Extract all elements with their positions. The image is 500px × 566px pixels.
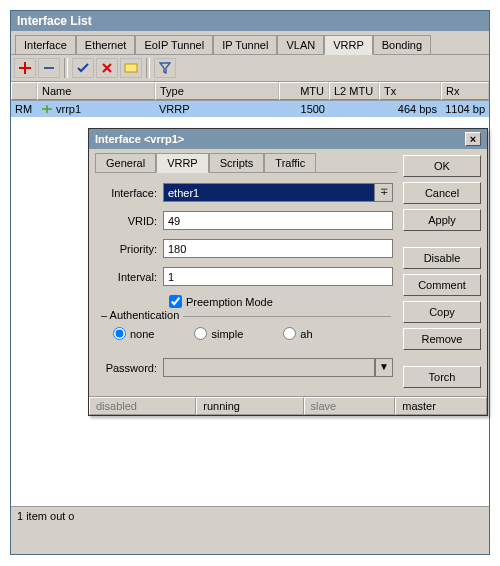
cell-name: vrrp1 [37,101,155,117]
cell-flags: RM [11,101,37,117]
authentication-legend: – Authentication [101,309,183,321]
svg-point-2 [46,108,49,111]
tab-ip-tunnel[interactable]: IP Tunnel [213,35,277,54]
add-button[interactable] [14,58,36,78]
note-icon [124,62,138,74]
dlg-tab-scripts[interactable]: Scripts [209,153,265,172]
toolbar [11,55,489,82]
copy-button[interactable]: Copy [403,301,481,323]
vrid-input[interactable] [163,211,393,230]
comment-button[interactable]: Comment [403,274,481,296]
interface-label: Interface: [99,187,163,199]
auth-none-radio[interactable] [113,327,126,340]
priority-label: Priority: [99,243,163,255]
col-name[interactable]: Name [37,82,155,100]
priority-input[interactable] [163,239,393,258]
ok-button[interactable]: OK [403,155,481,177]
chevron-down-icon: ▼ [379,361,389,372]
dlg-tab-traffic[interactable]: Traffic [264,153,316,172]
interface-properties-dialog: Interface <vrrp1> × General VRRP Scripts… [88,128,488,416]
col-tx[interactable]: Tx [379,82,441,100]
cell-type: VRRP [155,101,279,117]
cell-l2mtu [329,101,379,117]
tab-bonding[interactable]: Bonding [373,35,431,54]
password-input [163,358,375,377]
interval-input[interactable] [163,267,393,286]
disable-button[interactable] [96,58,118,78]
cell-name-text: vrrp1 [56,103,81,115]
interface-input[interactable] [163,183,375,202]
toolbar-separator [64,58,68,78]
close-icon: × [470,133,476,145]
auth-ah-radio[interactable] [283,327,296,340]
apply-button[interactable]: Apply [403,209,481,231]
table-row[interactable]: RM vrrp1 VRRP 1500 464 bps 1104 bp [11,101,489,117]
dialog-button-column: OK Cancel Apply Disable Comment Copy Rem… [403,149,487,396]
interface-dropdown-button[interactable]: ∓ [375,183,393,202]
cell-rx: 1104 bp [441,101,489,117]
svg-rect-1 [125,64,137,72]
enable-button[interactable] [72,58,94,78]
dlg-tab-vrrp[interactable]: VRRP [156,153,209,173]
cancel-button[interactable]: Cancel [403,182,481,204]
tab-ethernet[interactable]: Ethernet [76,35,136,54]
filter-button[interactable] [154,58,176,78]
torch-button[interactable]: Torch [403,366,481,388]
x-icon [101,62,113,74]
col-l2mtu[interactable]: L2 MTU [329,82,379,100]
svg-rect-0 [44,67,54,69]
status-master: master [395,397,487,415]
vrrp-form: Interface: ∓ VRID: Priority: [95,173,397,390]
tab-interface[interactable]: Interface [15,35,76,54]
auth-simple-label: simple [211,328,243,340]
auth-none-label: none [130,328,154,340]
col-mtu[interactable]: MTU [279,82,329,100]
disable-button[interactable]: Disable [403,247,481,269]
auth-ah-label: ah [300,328,312,340]
cell-mtu: 1500 [279,101,329,117]
interface-combo[interactable]: ∓ [163,183,393,202]
tab-vrrp[interactable]: VRRP [324,35,373,55]
preemption-checkbox[interactable] [169,295,182,308]
dropdown-icon: ∓ [380,186,388,197]
comment-button[interactable] [120,58,142,78]
status-running: running [196,397,303,415]
dlg-tab-general[interactable]: General [95,153,156,172]
authentication-group: – Authentication none simple ah [101,316,391,348]
password-dropdown-button[interactable]: ▼ [375,358,393,377]
grid-header: Name Type MTU L2 MTU Tx Rx [11,82,489,101]
dialog-tabstrip: General VRRP Scripts Traffic [95,153,397,173]
col-flags[interactable] [11,82,37,100]
status-slave: slave [304,397,396,415]
remove-button[interactable] [38,58,60,78]
toolbar-separator [146,58,150,78]
auth-simple-radio[interactable] [194,327,207,340]
tab-eoip-tunnel[interactable]: EoIP Tunnel [135,35,213,54]
window-title: Interface List [11,11,489,31]
vrrp-icon [41,104,53,114]
vrid-label: VRID: [99,215,163,227]
dialog-title-text: Interface <vrrp1> [95,133,184,145]
interval-label: Interval: [99,271,163,283]
check-icon [77,62,89,74]
col-type[interactable]: Type [155,82,279,100]
cell-tx: 464 bps [379,101,441,117]
dialog-statusbar: disabled running slave master [89,396,487,415]
statusbar: 1 item out o [11,506,489,525]
funnel-icon [159,62,171,74]
dialog-titlebar[interactable]: Interface <vrrp1> × [89,129,487,149]
main-tabstrip: Interface Ethernet EoIP Tunnel IP Tunnel… [11,31,489,55]
col-rx[interactable]: Rx [441,82,489,100]
close-button[interactable]: × [465,132,481,146]
remove-button[interactable]: Remove [403,328,481,350]
status-disabled: disabled [89,397,196,415]
password-label: Password: [99,362,163,374]
plus-icon [19,62,31,74]
tab-vlan[interactable]: VLAN [277,35,324,54]
preemption-label: Preemption Mode [186,296,273,308]
minus-icon [43,62,55,74]
